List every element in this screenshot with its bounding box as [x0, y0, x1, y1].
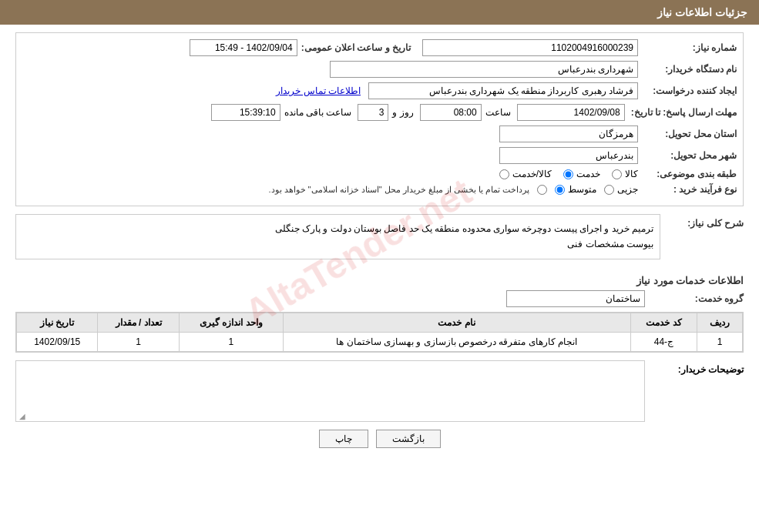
category-khedmat-radio[interactable]: [563, 169, 573, 179]
page-header: جزئیات اطلاعات نیاز: [0, 0, 759, 25]
date-input[interactable]: [190, 39, 297, 56]
services-section: اطلاعات خدمات مورد نیاز گروه خدمت: ردیف …: [15, 275, 744, 353]
col-code: کد خدمت: [630, 313, 697, 332]
cell-name: انجام کارهای متفرقه درخصوص بازسازی و بهس…: [283, 332, 630, 351]
col-row: ردیف: [697, 313, 743, 332]
purchase-other: [537, 185, 547, 195]
city-label: شهر محل تحویل:: [644, 150, 737, 161]
back-button[interactable]: بازگشت: [376, 430, 441, 448]
buttons-row: بازگشت چاپ: [15, 430, 744, 448]
row-request-number: شماره نیاز: تاریخ و ساعت اعلان عمومی:: [22, 39, 737, 56]
deadline-label: مهلت ارسال پاسخ: تا تاریخ:: [631, 107, 737, 118]
creator-input[interactable]: [368, 82, 638, 99]
comments-textarea[interactable]: [16, 361, 644, 421]
category-khedmat: خدمت: [563, 169, 600, 179]
row-creator: ایجاد کننده درخواست: اطلاعات تماس خریدار: [22, 82, 737, 99]
services-table-container: ردیف کد خدمت نام خدمت واحد اندازه گیری ت…: [15, 312, 744, 353]
category-kala-label: کالا: [625, 169, 638, 179]
row-category: طبقه بندی موضوعی: کالا خدمت کالا/خدمت: [22, 169, 737, 179]
deadline-time-input[interactable]: [420, 104, 482, 121]
service-group-input[interactable]: [506, 290, 645, 307]
services-section-title: اطلاعات خدمات مورد نیاز: [15, 275, 744, 286]
cell-date: 1402/09/15: [17, 332, 98, 351]
purchase-mottasat-label: متوسط: [568, 184, 596, 195]
province-label: استان محل تحویل:: [644, 129, 737, 139]
contact-link[interactable]: اطلاعات تماس خریدار: [276, 85, 361, 96]
description-section: شرح کلی نیاز: ترمیم خرید و اجرای پیست دو…: [15, 214, 744, 267]
purchase-type-group: جزیی متوسط پرداخت تمام یا بخشی از مبلغ خ…: [268, 184, 638, 195]
deadline-time-label: ساعت: [485, 107, 511, 118]
buyer-org-input[interactable]: [330, 61, 638, 78]
cell-row: 1: [697, 332, 743, 351]
deadline-days-input[interactable]: [358, 104, 388, 121]
deadline-days-label: روز و: [392, 107, 413, 118]
category-radio-group: کالا خدمت کالا/خدمت: [499, 169, 638, 179]
row-city: شهر محل تحویل:: [22, 147, 737, 164]
page-title: جزئیات اطلاعات نیاز: [657, 6, 747, 18]
cell-quantity: 1: [98, 332, 179, 351]
purchase-mottasat: متوسط: [555, 184, 596, 195]
buyer-org-label: نام دستگاه خریدار:: [644, 64, 737, 75]
request-number-label: شماره نیاز:: [644, 42, 737, 53]
comments-label: توضیحات خریدار:: [651, 360, 744, 375]
row-deadline: مهلت ارسال پاسخ: تا تاریخ: ساعت روز و سا…: [22, 104, 737, 121]
col-unit: واحد اندازه گیری: [179, 313, 283, 332]
row-province: استان محل تحویل:: [22, 125, 737, 142]
deadline-date-input[interactable]: [517, 104, 625, 121]
category-kala-khedmat-radio[interactable]: [499, 169, 509, 179]
city-input[interactable]: [499, 147, 638, 164]
description-box: ترمیم خرید و اجرای پیست دوچرخه سواری محد…: [15, 214, 660, 259]
category-khedmat-label: خدمت: [576, 169, 600, 179]
row-purchase-type: نوع فرآیند خرید : جزیی متوسط پرداخت تمام…: [22, 184, 737, 195]
request-number-input[interactable]: [422, 39, 638, 56]
category-label: طبقه بندی موضوعی:: [644, 169, 737, 179]
category-kala: کالا: [612, 169, 638, 179]
province-input[interactable]: [499, 125, 638, 142]
service-group-label: گروه خدمت:: [651, 293, 744, 304]
description-text: ترمیم خرید و اجرای پیست دوچرخه سواری محد…: [22, 221, 653, 236]
purchase-jozvi: جزیی: [604, 184, 638, 195]
purchase-jozvi-label: جزیی: [617, 184, 638, 195]
services-table: ردیف کد خدمت نام خدمت واحد اندازه گیری ت…: [16, 313, 743, 352]
purchase-type-note: پرداخت تمام یا بخشی از مبلغ خریدار محل "…: [268, 185, 529, 195]
description-label: شرح کلی نیاز:: [667, 214, 744, 229]
comments-section: توضیحات خریدار: ◢: [15, 360, 744, 422]
category-kala-khedmat: کالا/خدمت: [499, 169, 552, 179]
purchase-type-label: نوع فرآیند خرید :: [644, 184, 737, 195]
countdown-input[interactable]: [211, 104, 280, 121]
table-header-row: ردیف کد خدمت نام خدمت واحد اندازه گیری ت…: [17, 313, 743, 332]
cell-code: ج-44: [630, 332, 697, 351]
table-row: 1 ج-44 انجام کارهای متفرقه درخصوص بازساز…: [17, 332, 743, 351]
col-date: تاریخ نیاز: [17, 313, 98, 332]
comments-box: ◢: [15, 360, 645, 422]
purchase-mottasat-radio[interactable]: [555, 185, 565, 195]
col-quantity: تعداد / مقدار: [98, 313, 179, 332]
resize-handle[interactable]: ◢: [18, 412, 25, 420]
category-kala-khedmat-label: کالا/خدمت: [512, 169, 552, 179]
service-group-row: گروه خدمت:: [15, 290, 744, 307]
page-wrapper: جزئیات اطلاعات نیاز شماره نیاز: تاریخ و …: [0, 0, 759, 532]
main-form-section: شماره نیاز: تاریخ و ساعت اعلان عمومی: نا…: [15, 32, 744, 206]
purchase-other-radio[interactable]: [537, 185, 547, 195]
description-subtext: بیوست مشخصات فنی: [22, 236, 653, 252]
creator-label: ایجاد کننده درخواست:: [644, 85, 737, 96]
category-kala-radio[interactable]: [612, 169, 622, 179]
print-button[interactable]: چاپ: [319, 430, 368, 448]
row-buyer-org: نام دستگاه خریدار:: [22, 61, 737, 78]
cell-unit: 1: [179, 332, 283, 351]
date-label: تاریخ و ساعت اعلان عمومی:: [301, 42, 411, 53]
countdown-label: ساعت باقی مانده: [284, 107, 352, 118]
content-area: شماره نیاز: تاریخ و ساعت اعلان عمومی: نا…: [0, 25, 759, 463]
col-name: نام خدمت: [283, 313, 630, 332]
purchase-jozvi-radio[interactable]: [604, 185, 614, 195]
